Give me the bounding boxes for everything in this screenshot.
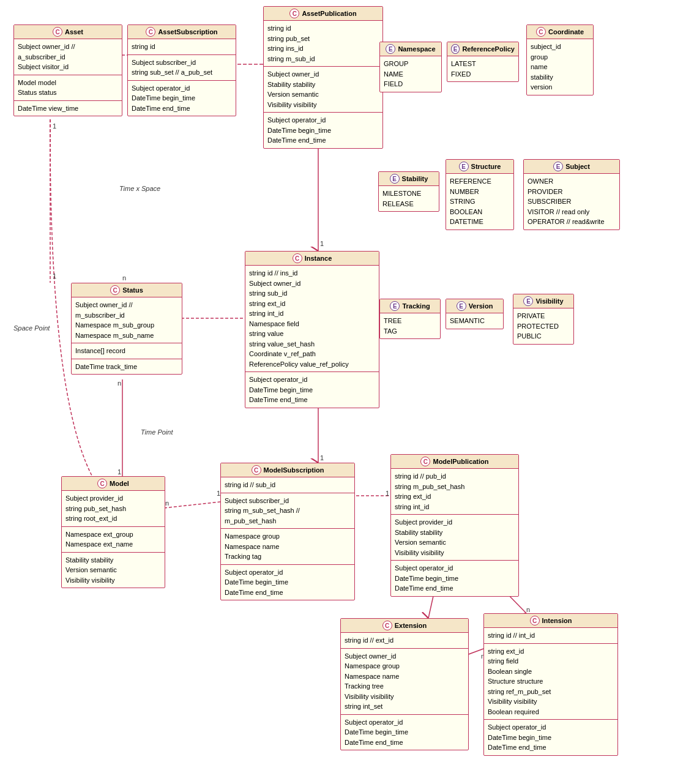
box-model-subscription-section2: Subject subscriber_id string m_sub_set_h… <box>221 493 354 529</box>
box-coordinate-title: Coordinate <box>548 28 584 35</box>
box-intension-section3: Subject operator_id DateTime begin_time … <box>484 720 617 755</box>
box-status: C Status Subject owner_id // m_subscribe… <box>71 283 182 375</box>
box-asset-section2: Model model Status status <box>14 75 122 101</box>
svg-text:1: 1 <box>320 240 324 247</box>
box-asset-publication-section3: Subject operator_id DateTime begin_time … <box>264 113 382 148</box>
label-time-space: Time x Space <box>119 185 160 192</box>
box-tracking-header: E Tracking <box>380 299 440 313</box>
box-model-subscription-title: ModelSubscription <box>264 466 324 474</box>
box-model-subscription-section3: Namespace group Namespace name Tracking … <box>221 529 354 565</box>
box-model-publication-header: C ModelPublication <box>391 455 518 469</box>
svg-text:1: 1 <box>117 468 121 476</box>
svg-text:1: 1 <box>53 122 56 130</box>
stereotype-tracking: E <box>390 301 400 311</box>
box-model-subscription-section4: Subject operator_id DateTime begin_time … <box>221 565 354 600</box>
svg-line-12 <box>164 502 220 508</box>
box-model: C Model Subject provider_id string pub_s… <box>61 476 165 588</box>
box-asset-publication-title: AssetPublication <box>302 10 356 17</box>
box-model-publication-section3: Subject operator_id DateTime begin_time … <box>391 561 518 596</box>
stereotype-intension: C <box>530 616 540 625</box>
box-version-title: Version <box>469 302 493 310</box>
stereotype-stability: E <box>390 174 400 184</box>
box-extension: C Extension string id // ext_id Subject … <box>340 618 469 750</box>
box-asset-publication-header: C AssetPublication <box>264 7 382 21</box>
box-model-publication-section1: string id // pub_id string m_pub_set_has… <box>391 469 518 515</box>
box-asset-publication-section2: Subject owner_id Stability stability Ver… <box>264 67 382 113</box>
stereotype-version: E <box>457 301 466 311</box>
stereotype-structure: E <box>459 162 469 171</box>
box-model-subscription-section1: string id // sub_id <box>221 477 354 493</box>
box-version: E Version SEMANTIC <box>446 299 504 329</box>
box-model-section2: Namespace ext_group Namespace ext_name <box>62 527 165 553</box>
box-asset-subscription: C AssetSubscription string id Subject su… <box>127 24 236 116</box>
box-extension-header: C Extension <box>341 619 468 633</box>
stereotype-asset: C <box>53 27 62 37</box>
box-subject-header: E Subject <box>524 160 619 174</box>
stereotype-model: C <box>97 479 107 488</box>
box-asset-title: Asset <box>65 28 83 35</box>
box-intension-header: C Intension <box>484 614 617 628</box>
box-status-title: Status <box>122 286 143 294</box>
box-instance-section2: Subject operator_id DateTime begin_time … <box>245 372 379 408</box>
box-reference-policy: E ReferencePolicy LATEST FIXED <box>447 42 519 82</box>
box-reference-policy-title: ReferencePolicy <box>462 45 515 53</box>
box-reference-policy-section1: LATEST FIXED <box>447 56 518 81</box>
svg-text:1: 1 <box>386 490 389 497</box>
box-reference-policy-header: E ReferencePolicy <box>447 42 518 56</box>
box-intension-section2: string ext_id string field Boolean singl… <box>484 644 617 720</box>
stereotype-namespace: E <box>386 44 395 54</box>
box-status-section2: Instance[] record <box>72 343 182 359</box>
stereotype-coordinate: C <box>536 27 546 37</box>
box-asset-subscription-section1: string id <box>128 39 236 55</box>
box-instance-section1: string id // ins_id Subject owner_id str… <box>245 266 379 372</box>
box-visibility-title: Visibility <box>535 297 563 305</box>
box-model-publication: C ModelPublication string id // pub_id s… <box>390 454 519 597</box>
stereotype-visibility: E <box>523 296 533 306</box>
stereotype-model-subscription: C <box>252 465 261 475</box>
box-intension-title: Intension <box>542 617 572 624</box>
box-tracking-section1: TREE TAG <box>380 313 440 338</box>
box-subject-section1: OWNER PROVIDER SUBSCRIBER VISITOR // rea… <box>524 174 619 230</box>
box-asset-subscription-title: AssetSubscription <box>158 28 217 35</box>
box-extension-section2: Subject owner_id Namespace group Namespa… <box>341 649 468 715</box>
box-extension-section3: Subject operator_id DateTime begin_time … <box>341 715 468 750</box>
box-asset-publication: C AssetPublication string id string pub_… <box>263 6 383 149</box>
box-asset-subscription-section3: Subject operator_id DateTime begin_time … <box>128 81 236 116</box>
box-model-publication-section2: Subject provider_id Stability stability … <box>391 515 518 561</box>
box-namespace-section1: GROUP NAME FIELD <box>380 56 441 92</box>
box-asset-subscription-section2: Subject subscriber_id string sub_set // … <box>128 55 236 81</box>
box-coordinate: C Coordinate subject_id group name stabi… <box>526 24 594 95</box>
stereotype-status: C <box>110 285 120 295</box>
box-coordinate-section1: subject_id group name stability version <box>527 39 593 95</box>
box-status-section1: Subject owner_id // m_subscriber_id Name… <box>72 297 182 343</box>
box-intension-section1: string id // int_id <box>484 628 617 644</box>
box-structure-section1: REFERENCE NUMBER STRING BOOLEAN DATETIME <box>446 174 513 230</box>
box-asset: C Asset Subject owner_id // a_subscriber… <box>13 24 122 116</box>
box-model-subscription-header: C ModelSubscription <box>221 463 354 477</box>
box-model-title: Model <box>110 480 129 487</box>
svg-text:n: n <box>117 379 121 387</box>
box-status-header: C Status <box>72 283 182 297</box>
stereotype-extension: C <box>382 621 392 630</box>
box-asset-publication-section1: string id string pub_set string ins_id s… <box>264 21 382 67</box>
box-extension-section1: string id // ext_id <box>341 633 468 649</box>
box-asset-section1: Subject owner_id // a_subscriber_id Subj… <box>14 39 122 75</box>
stereotype-asset-subscription: C <box>146 27 155 37</box>
box-model-subscription: C ModelSubscription string id // sub_id … <box>220 463 355 600</box>
svg-text:n: n <box>526 606 530 613</box>
box-structure-header: E Structure <box>446 160 513 174</box>
svg-text:1: 1 <box>53 272 56 280</box>
box-visibility-section1: PRIVATE PROTECTED PUBLIC <box>513 308 573 344</box>
box-stability: E Stability MILESTONE RELEASE <box>378 171 439 212</box>
stereotype-reference-policy: E <box>451 44 460 54</box>
box-tracking: E Tracking TREE TAG <box>379 299 441 339</box>
stereotype-subject: E <box>553 162 563 171</box>
box-subject-title: Subject <box>565 163 590 170</box>
box-model-header: C Model <box>62 477 165 491</box>
box-structure-title: Structure <box>471 163 501 170</box>
box-visibility: E Visibility PRIVATE PROTECTED PUBLIC <box>513 294 574 345</box>
stereotype-asset-publication: C <box>289 9 299 18</box>
box-visibility-header: E Visibility <box>513 294 573 308</box>
box-namespace: E Namespace GROUP NAME FIELD <box>379 42 442 92</box>
box-coordinate-header: C Coordinate <box>527 25 593 39</box>
